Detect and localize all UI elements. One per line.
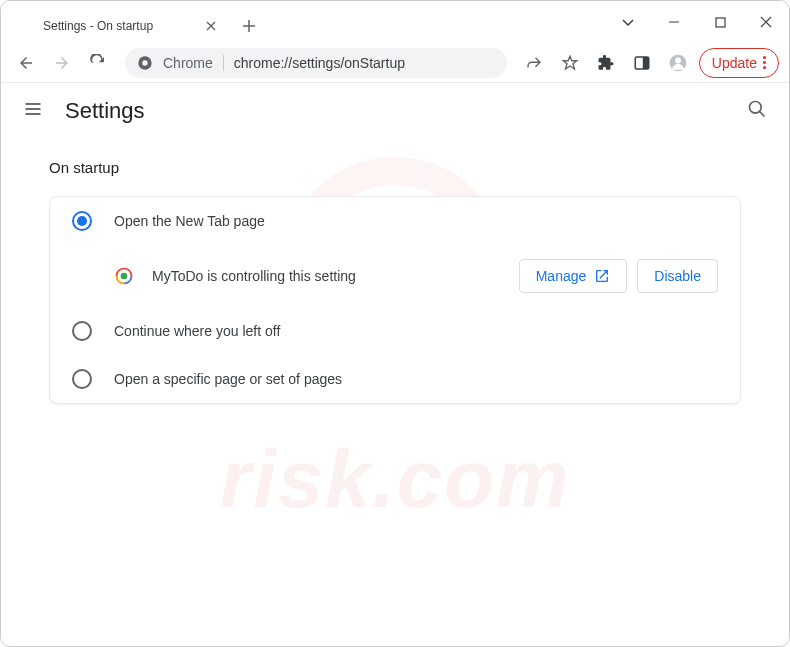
new-tab-button[interactable] [235,12,263,40]
share-icon[interactable] [519,48,549,78]
update-label: Update [712,55,757,71]
extension-message: MyToDo is controlling this setting [152,268,519,284]
sidepanel-icon[interactable] [627,48,657,78]
settings-header: Settings [1,83,789,139]
hamburger-icon[interactable] [23,99,43,123]
radio-icon [72,369,92,389]
chrome-icon [137,55,153,71]
reload-button[interactable] [83,48,113,78]
omnibox-prefix: Chrome [163,55,213,71]
address-bar[interactable]: Chrome chrome://settings/onStartup [125,48,507,78]
close-button[interactable] [743,1,789,43]
disable-button[interactable]: Disable [637,259,718,293]
svg-point-4 [142,60,147,65]
close-icon[interactable] [203,18,219,34]
browser-tab[interactable]: Settings - On startup [9,9,229,43]
update-button[interactable]: Update [699,48,779,78]
window-controls [605,1,789,43]
omnibox-url: chrome://settings/onStartup [234,55,405,71]
extensions-icon[interactable] [591,48,621,78]
radio-label: Open the New Tab page [114,213,265,229]
maximize-button[interactable] [697,1,743,43]
divider [223,55,224,71]
tab-title: Settings - On startup [43,19,203,33]
gear-icon [19,18,35,34]
watermark-text: risk.com [220,432,570,526]
radio-label: Continue where you left off [114,323,280,339]
titlebar: Settings - On startup [1,1,789,43]
radio-icon [72,321,92,341]
forward-button[interactable] [47,48,77,78]
svg-rect-6 [643,57,649,69]
extension-app-icon [114,266,134,286]
svg-point-8 [675,57,681,63]
open-external-icon [594,268,610,284]
page-title: Settings [65,98,145,124]
content-area: On startup Open the New Tab page MyToDo … [1,139,789,424]
svg-rect-2 [716,18,725,27]
search-icon[interactable] [747,99,767,123]
profile-icon[interactable] [663,48,693,78]
svg-point-13 [121,273,128,280]
svg-point-9 [750,102,762,114]
extension-notice: MyToDo is controlling this setting Manag… [50,245,740,307]
menu-dots-icon [763,56,766,69]
toolbar: Chrome chrome://settings/onStartup Updat… [1,43,789,83]
option-specific-pages[interactable]: Open a specific page or set of pages [50,355,740,403]
star-icon[interactable] [555,48,585,78]
option-continue[interactable]: Continue where you left off [50,307,740,355]
chevron-down-icon[interactable] [605,1,651,43]
radio-label: Open a specific page or set of pages [114,371,342,387]
option-new-tab[interactable]: Open the New Tab page [50,197,740,245]
minimize-button[interactable] [651,1,697,43]
back-button[interactable] [11,48,41,78]
startup-card: Open the New Tab page MyToDo is controll… [49,196,741,404]
disable-label: Disable [654,268,701,284]
radio-selected-icon [72,211,92,231]
manage-label: Manage [536,268,587,284]
section-title: On startup [49,159,741,176]
manage-button[interactable]: Manage [519,259,628,293]
